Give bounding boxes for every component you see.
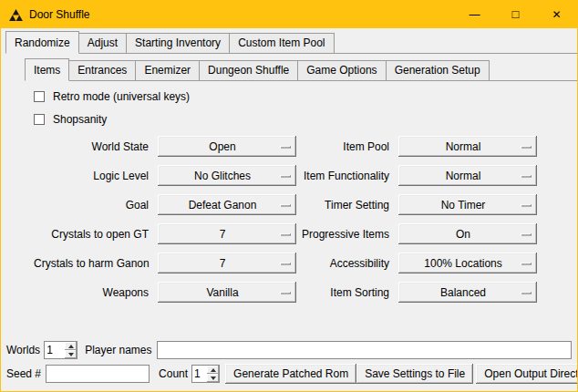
seed-row: Seed # Count Generate Patched Rom Save S… xyxy=(6,364,572,384)
footer: Worlds Player names Seed # Count xyxy=(1,341,577,391)
dropdown-indicator-icon xyxy=(521,174,532,177)
progressive-items-label: Progressive Items xyxy=(302,228,393,241)
accessibility-dropdown[interactable]: 100% Locations xyxy=(398,253,537,273)
tab-custom-item-pool[interactable]: Custom Item Pool xyxy=(229,33,334,53)
shopsanity-checkbox[interactable] xyxy=(34,114,45,125)
worlds-input[interactable] xyxy=(45,342,65,358)
window-controls: — □ ✕ xyxy=(454,1,577,28)
count-spinbox[interactable] xyxy=(191,365,220,383)
tab-items[interactable]: Items xyxy=(25,58,69,81)
count-label: Count xyxy=(159,367,188,380)
randomize-pane: Items Entrances Enemizer Dungeon Shuffle… xyxy=(1,54,577,391)
dropdown-indicator-icon xyxy=(521,145,532,148)
timer-setting-dropdown[interactable]: No Timer xyxy=(398,194,537,215)
worlds-row: Worlds Player names xyxy=(6,341,572,359)
item-sorting-label: Item Sorting xyxy=(302,286,393,299)
world-state-dropdown[interactable]: Open xyxy=(158,136,296,157)
goal-dropdown[interactable]: Defeat Ganon xyxy=(158,194,296,215)
tab-randomize[interactable]: Randomize xyxy=(5,31,79,54)
arrow-down-icon xyxy=(211,377,216,380)
dropdown-indicator-icon xyxy=(280,232,291,235)
maximize-button[interactable]: □ xyxy=(495,1,536,28)
retro-mode-label: Retro mode (universal keys) xyxy=(53,90,190,103)
shopsanity-row: Shopsanity xyxy=(34,113,535,126)
logic-level-label: Logic Level xyxy=(34,170,152,182)
worlds-spin-buttons xyxy=(65,342,77,358)
dropdown-indicator-icon xyxy=(521,232,532,235)
worlds-spinbox[interactable] xyxy=(44,341,77,359)
maximize-icon: □ xyxy=(512,7,520,21)
dropdown-indicator-icon xyxy=(521,262,532,264)
dropdown-indicator-icon xyxy=(280,145,291,148)
goal-value: Defeat Ganon xyxy=(189,199,266,211)
retro-mode-row: Retro mode (universal keys) xyxy=(34,90,535,103)
dropdown-indicator-icon xyxy=(280,291,291,294)
logic-level-dropdown[interactable]: No Glitches xyxy=(158,165,296,186)
count-spin-down-button[interactable] xyxy=(207,374,219,382)
player-names-label: Player names xyxy=(85,344,151,356)
tab-starting-inventory[interactable]: Starting Inventory xyxy=(126,33,230,53)
accessibility-label: Accessibility xyxy=(302,257,393,270)
arrow-down-icon xyxy=(68,353,74,356)
dropdown-indicator-icon xyxy=(521,291,532,294)
dropdown-indicator-icon xyxy=(280,174,291,177)
retro-mode-checkbox[interactable] xyxy=(34,91,45,102)
worlds-spin-up-button[interactable] xyxy=(65,342,77,350)
crystals-gt-dropdown[interactable]: 7 xyxy=(158,223,296,244)
item-pool-dropdown[interactable]: Normal xyxy=(398,136,537,157)
close-button[interactable]: ✕ xyxy=(536,1,577,28)
close-icon: ✕ xyxy=(552,8,561,21)
crystals-ganon-dropdown[interactable]: 7 xyxy=(158,253,296,273)
save-settings-button[interactable]: Save Settings to File xyxy=(356,364,473,384)
tab-entrances[interactable]: Entrances xyxy=(68,60,136,80)
timer-setting-label: Timer Setting xyxy=(302,199,393,211)
crystals-ganon-value: 7 xyxy=(220,257,235,270)
dropdown-indicator-icon xyxy=(521,203,532,206)
crystals-gt-label: Crystals to open GT xyxy=(34,228,152,241)
arrow-up-icon xyxy=(211,368,216,372)
crystals-ganon-label: Crystals to harm Ganon xyxy=(34,257,152,270)
window: Door Shuffle — □ ✕ Randomize Adjust Star… xyxy=(0,0,578,392)
weapons-label: Weapons xyxy=(34,286,152,299)
generate-patched-rom-button[interactable]: Generate Patched Rom xyxy=(225,364,356,384)
world-state-value: Open xyxy=(209,140,244,153)
progressive-items-dropdown[interactable]: On xyxy=(398,223,537,244)
count-input[interactable] xyxy=(192,366,207,382)
count-spin-up-button[interactable] xyxy=(207,366,219,374)
worlds-label: Worlds xyxy=(6,344,40,356)
crystals-gt-value: 7 xyxy=(220,228,235,241)
worlds-spin-down-button[interactable] xyxy=(65,350,77,358)
app-icon xyxy=(9,8,24,22)
seed-label: Seed # xyxy=(6,367,41,380)
shopsanity-label: Shopsanity xyxy=(53,113,107,126)
settings-grid: World State Open Item Pool Normal Logic … xyxy=(34,136,535,303)
item-pool-label: Item Pool xyxy=(302,140,393,153)
item-functionality-label: Item Functionality xyxy=(302,170,393,182)
titlebar: Door Shuffle — □ ✕ xyxy=(1,1,577,28)
seed-input[interactable] xyxy=(46,365,150,383)
window-title: Door Shuffle xyxy=(29,8,90,21)
tab-dungeon-shuffle[interactable]: Dungeon Shuffle xyxy=(199,60,298,80)
tab-enemizer[interactable]: Enemizer xyxy=(135,60,200,80)
weapons-value: Vanilla xyxy=(206,286,247,299)
dropdown-indicator-icon xyxy=(280,203,291,206)
tab-adjust[interactable]: Adjust xyxy=(78,33,127,53)
goal-label: Goal xyxy=(34,199,152,211)
open-output-directory-button[interactable]: Open Output Directory xyxy=(476,364,578,384)
minimize-button[interactable]: — xyxy=(454,1,495,28)
item-functionality-dropdown[interactable]: Normal xyxy=(398,165,537,186)
arrow-up-icon xyxy=(68,345,74,348)
tab-game-options[interactable]: Game Options xyxy=(297,60,386,80)
tab-generation-setup[interactable]: Generation Setup xyxy=(386,60,490,80)
count-spin-buttons xyxy=(207,366,219,382)
timer-setting-value: No Timer xyxy=(441,199,495,211)
minimize-icon: — xyxy=(470,8,480,21)
item-functionality-value: Normal xyxy=(446,170,490,182)
weapons-dropdown[interactable]: Vanilla xyxy=(158,282,296,303)
item-pool-value: Normal xyxy=(446,140,490,153)
items-tab-content: Retro mode (universal keys) Shopsanity W… xyxy=(1,81,577,303)
item-sorting-dropdown[interactable]: Balanced xyxy=(398,282,537,303)
player-names-input[interactable] xyxy=(157,341,573,359)
logic-level-value: No Glitches xyxy=(194,170,260,182)
inner-tab-bar: Items Entrances Enemizer Dungeon Shuffle… xyxy=(25,58,577,81)
